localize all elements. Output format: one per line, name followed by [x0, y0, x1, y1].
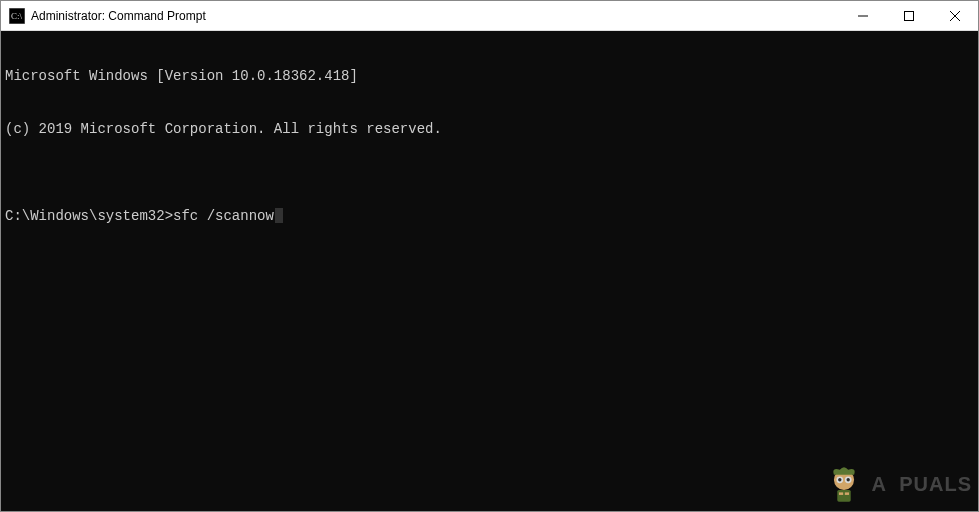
prompt-line: C:\Windows\system32>sfc /scannow: [5, 208, 974, 226]
svg-text:C:\: C:\: [11, 11, 23, 21]
mascot-icon: [823, 463, 865, 505]
svg-point-6: [834, 470, 854, 490]
minimize-button[interactable]: [840, 1, 886, 30]
prompt-path: C:\Windows\system32>: [5, 208, 173, 226]
close-button[interactable]: [932, 1, 978, 30]
svg-rect-11: [838, 490, 851, 502]
svg-rect-13: [845, 492, 849, 495]
svg-point-9: [839, 478, 842, 481]
maximize-button[interactable]: [886, 1, 932, 30]
watermark-text: A PUALS: [871, 472, 972, 497]
svg-point-8: [845, 476, 852, 483]
svg-rect-3: [905, 11, 914, 20]
cursor: [275, 208, 283, 223]
copyright-line: (c) 2019 Microsoft Corporation. All righ…: [5, 121, 974, 139]
command-prompt-window: C:\ Administrator: Command Prompt: [0, 0, 979, 512]
svg-point-10: [847, 478, 850, 481]
terminal-area[interactable]: Microsoft Windows [Version 10.0.18362.41…: [1, 31, 978, 511]
cmd-icon: C:\: [9, 8, 25, 24]
titlebar[interactable]: C:\ Administrator: Command Prompt: [1, 1, 978, 31]
maximize-icon: [904, 11, 914, 21]
minimize-icon: [858, 11, 868, 21]
svg-rect-12: [839, 492, 843, 495]
watermark: A PUALS: [823, 463, 972, 505]
version-line: Microsoft Windows [Version 10.0.18362.41…: [5, 68, 974, 86]
command-input: sfc /scannow: [173, 208, 274, 226]
svg-point-7: [837, 476, 844, 483]
close-icon: [950, 11, 960, 21]
window-controls: [840, 1, 978, 30]
window-title: Administrator: Command Prompt: [31, 9, 840, 23]
